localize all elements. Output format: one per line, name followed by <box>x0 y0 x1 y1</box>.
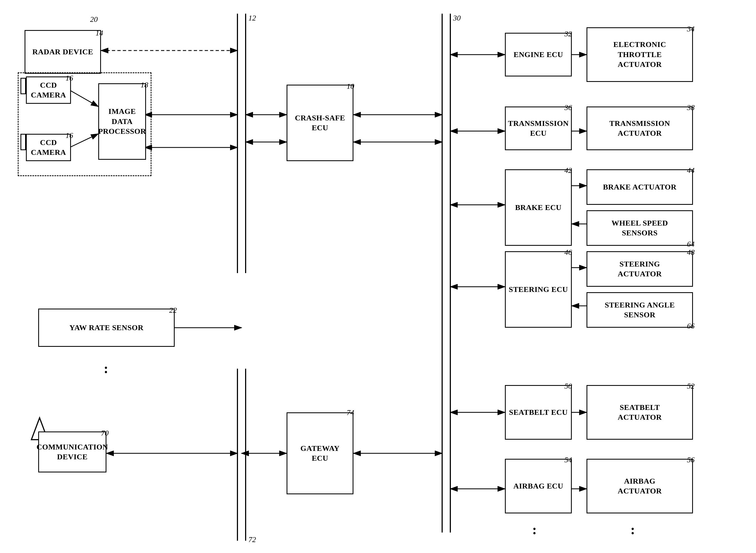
ref-56: 56 <box>687 456 694 464</box>
ref-14: 14 <box>96 29 103 37</box>
comm-device-box: COMMUNICATIONDEVICE <box>38 431 106 472</box>
ellipsis-right-ecu: : <box>532 522 537 537</box>
elec-throttle-actuator-box: ELECTRONICTHROTTLEACTUATOR <box>586 27 693 82</box>
ref-64: 64 <box>687 240 694 248</box>
seatbelt-actuator-box: SEATBELTACTUATOR <box>586 385 693 440</box>
steering-angle-sensor-label: STEERING ANGLESENSOR <box>605 300 675 320</box>
seatbelt-ecu-label: SEATBELT ECU <box>509 407 568 417</box>
radar-device-box: RADAR DEVICE <box>24 30 101 74</box>
ref-16b: 16 <box>66 131 73 140</box>
ccd-camera-2-box: CCDCAMERA <box>26 134 71 161</box>
ccd-camera-1-box: CCDCAMERA <box>26 76 71 104</box>
ref-36: 36 <box>564 103 572 112</box>
brake-ecu-label: BRAKE ECU <box>515 203 561 213</box>
image-processor-box: IMAGEDATAPROCESSOR <box>98 83 146 160</box>
ref-44: 44 <box>687 166 694 175</box>
ref-52: 52 <box>687 382 694 391</box>
airbag-actuator-box: AIRBAGACTUATOR <box>586 459 693 514</box>
gateway-ecu-label: GATEWAYECU <box>300 444 340 463</box>
comm-device-label: COMMUNICATIONDEVICE <box>36 442 108 462</box>
trans-ecu-box: TRANSMISSIONECU <box>505 106 572 150</box>
ellipsis-left: : <box>104 361 108 376</box>
ref-18: 18 <box>140 81 148 89</box>
ref-22: 22 <box>169 306 177 315</box>
gateway-ecu-box: GATEWAYECU <box>287 412 354 494</box>
yaw-rate-sensor-box: YAW RATE SENSOR <box>38 309 175 347</box>
image-processor-label: IMAGEDATAPROCESSOR <box>98 106 146 136</box>
wheel-speed-sensors-label: WHEEL SPEEDSENSORS <box>611 218 668 238</box>
ref-66: 66 <box>687 322 694 330</box>
steering-actuator-box: STEERINGACTUATOR <box>586 251 693 287</box>
ref-72: 72 <box>248 535 256 544</box>
brake-actuator-label: BRAKE ACTUATOR <box>603 182 677 192</box>
ref-34: 34 <box>687 24 694 33</box>
elec-throttle-actuator-label: ELECTRONICTHROTTLEACTUATOR <box>613 40 666 69</box>
radar-device-label: RADAR DEVICE <box>32 47 93 57</box>
ref-46: 46 <box>564 248 572 257</box>
seatbelt-ecu-box: SEATBELT ECU <box>505 385 572 440</box>
connector-2 <box>20 134 26 150</box>
ellipsis-right-actuator: : <box>631 522 635 537</box>
connector-1 <box>20 78 26 94</box>
steering-angle-sensor-box: STEERING ANGLESENSOR <box>586 292 693 328</box>
ref-50: 50 <box>564 382 572 391</box>
ref-38: 38 <box>687 103 694 112</box>
ref-48: 48 <box>687 248 694 257</box>
crash-safe-ecu-label: CRASH-SAFEECU <box>295 113 345 133</box>
ref-42: 42 <box>564 166 572 175</box>
wheel-speed-sensors-box: WHEEL SPEEDSENSORS <box>586 210 693 246</box>
trans-actuator-box: TRANSMISSIONACTUATOR <box>586 106 693 150</box>
steering-ecu-label: STEERING ECU <box>509 285 568 294</box>
seatbelt-actuator-label: SEATBELTACTUATOR <box>618 402 662 422</box>
crash-safe-ecu-box: CRASH-SAFEECU <box>287 85 354 161</box>
ccd-camera-1-label: CCDCAMERA <box>31 80 66 100</box>
steering-ecu-box: STEERING ECU <box>505 251 572 328</box>
ref-70: 70 <box>101 429 109 438</box>
engine-ecu-box: ENGINE ECU <box>505 33 572 76</box>
ref-74: 74 <box>347 408 354 417</box>
ref-16a: 16 <box>66 74 73 82</box>
brake-ecu-box: BRAKE ECU <box>505 169 572 246</box>
brake-actuator-box: BRAKE ACTUATOR <box>586 169 693 205</box>
ccd-camera-2-label: CCDCAMERA <box>31 138 66 158</box>
engine-ecu-label: ENGINE ECU <box>513 50 563 60</box>
ref-30-top: 30 <box>453 14 461 22</box>
ref-10: 10 <box>347 82 354 91</box>
airbag-ecu-label: AIRBAG ECU <box>513 481 563 491</box>
steering-actuator-label: STEERINGACTUATOR <box>618 259 662 279</box>
airbag-actuator-label: AIRBAGACTUATOR <box>618 476 662 496</box>
ref-54: 54 <box>564 456 572 464</box>
trans-actuator-label: TRANSMISSIONACTUATOR <box>609 118 670 139</box>
ref-12-top: 12 <box>248 14 256 22</box>
yaw-rate-sensor-label: YAW RATE SENSOR <box>69 323 144 333</box>
ref-20: 20 <box>90 15 98 24</box>
trans-ecu-label: TRANSMISSIONECU <box>508 118 568 139</box>
airbag-ecu-box: AIRBAG ECU <box>505 459 572 514</box>
ref-32: 32 <box>564 29 572 38</box>
